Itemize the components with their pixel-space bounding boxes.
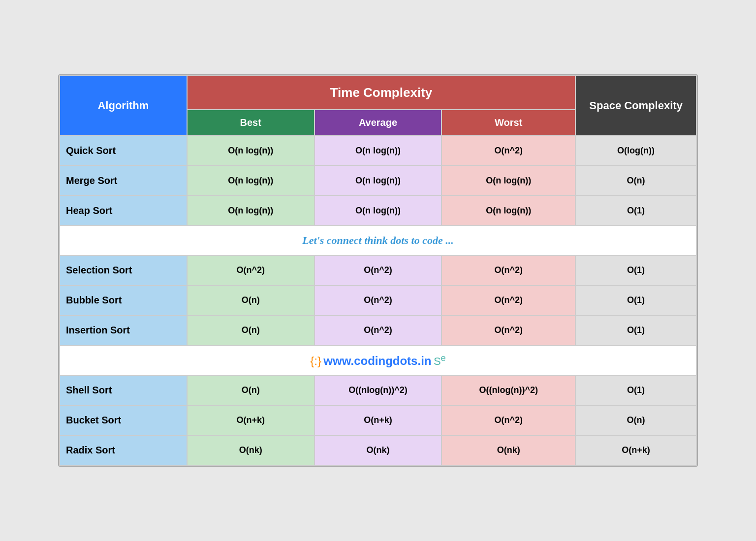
complexity-table: Algorithm Time Complexity Space Complexi… bbox=[58, 74, 698, 467]
best-value: O(n) bbox=[187, 315, 315, 345]
average-value: O(n log(n)) bbox=[315, 166, 442, 196]
average-value: O((nlog(n))^2) bbox=[315, 375, 442, 405]
table-row: Merge SortO(n log(n))O(n log(n))O(n log(… bbox=[60, 166, 696, 196]
time-complexity-header: Time Complexity bbox=[187, 76, 575, 110]
space-value: O(n) bbox=[575, 166, 696, 196]
space-value: O(1) bbox=[575, 375, 696, 405]
best-value: O(n log(n)) bbox=[187, 196, 315, 226]
worst-time-value: O(nk) bbox=[441, 435, 575, 465]
algorithm-name: Merge Sort bbox=[60, 166, 187, 196]
table-row: Insertion SortO(n)O(n^2)O(n^2)O(1) bbox=[60, 315, 696, 345]
average-value: O(n^2) bbox=[315, 285, 442, 315]
best-header: Best bbox=[187, 110, 315, 136]
space-value: O(1) bbox=[575, 285, 696, 315]
best-value: O(n) bbox=[187, 375, 315, 405]
best-value: O(n^2) bbox=[187, 255, 315, 285]
algorithm-name: Selection Sort bbox=[60, 255, 187, 285]
average-value: O(n+k) bbox=[315, 405, 442, 435]
algorithm-name: Radix Sort bbox=[60, 435, 187, 465]
worst-time-value: O(n^2) bbox=[441, 405, 575, 435]
worst-time-value: O(n log(n)) bbox=[441, 166, 575, 196]
worst-time-value: O(n^2) bbox=[441, 136, 575, 166]
space-value: O(1) bbox=[575, 255, 696, 285]
best-value: O(n log(n)) bbox=[187, 166, 315, 196]
algorithm-name: Shell Sort bbox=[60, 375, 187, 405]
website-row: {:} www.codingdots.in Se bbox=[60, 345, 696, 375]
table-row: Heap SortO(n log(n))O(n log(n))O(n log(n… bbox=[60, 196, 696, 226]
best-value: O(n log(n)) bbox=[187, 136, 315, 166]
worst-time-header: Worst bbox=[441, 110, 575, 136]
average-value: O(n^2) bbox=[315, 255, 442, 285]
space-value: O(n) bbox=[575, 405, 696, 435]
best-value: O(n) bbox=[187, 285, 315, 315]
space-value: O(log(n)) bbox=[575, 136, 696, 166]
algorithm-name: Bucket Sort bbox=[60, 405, 187, 435]
average-value: O(n^2) bbox=[315, 315, 442, 345]
website-text: www.codingdots.in bbox=[323, 354, 431, 367]
average-value: O(n log(n)) bbox=[315, 136, 442, 166]
algorithm-name: Insertion Sort bbox=[60, 315, 187, 345]
algorithm-name: Quick Sort bbox=[60, 136, 187, 166]
worst-time-value: O(n^2) bbox=[441, 315, 575, 345]
algorithm-name: Heap Sort bbox=[60, 196, 187, 226]
worst-time-value: O(n^2) bbox=[441, 285, 575, 315]
space-complexity-header: Space Complexity bbox=[575, 76, 696, 136]
worst-time-value: O(n log(n)) bbox=[441, 196, 575, 226]
worst-time-value: O((nlog(n))^2) bbox=[441, 375, 575, 405]
space-value: O(1) bbox=[575, 315, 696, 345]
table-row: Quick SortO(n log(n))O(n log(n))O(n^2)O(… bbox=[60, 136, 696, 166]
average-header: Average bbox=[315, 110, 442, 136]
average-value: O(n log(n)) bbox=[315, 196, 442, 226]
average-value: O(nk) bbox=[315, 435, 442, 465]
algorithm-name: Bubble Sort bbox=[60, 285, 187, 315]
table-row: Bucket SortO(n+k)O(n+k)O(n^2)O(n) bbox=[60, 405, 696, 435]
table-row: Shell SortO(n)O((nlog(n))^2)O((nlog(n))^… bbox=[60, 375, 696, 405]
brace-icon: {:} bbox=[310, 354, 321, 367]
table-row: Selection SortO(n^2)O(n^2)O(n^2)O(1) bbox=[60, 255, 696, 285]
table-row: Bubble SortO(n)O(n^2)O(n^2)O(1) bbox=[60, 285, 696, 315]
best-value: O(nk) bbox=[187, 435, 315, 465]
algorithm-header: Algorithm bbox=[60, 76, 187, 136]
separator-row-1: Let's connect think dots to code ... bbox=[60, 226, 696, 255]
table-row: Radix SortO(nk)O(nk)O(nk)O(n+k) bbox=[60, 435, 696, 465]
se-icon: Se bbox=[434, 355, 446, 367]
worst-time-value: O(n^2) bbox=[441, 255, 575, 285]
space-value: O(1) bbox=[575, 196, 696, 226]
website-cell: {:} www.codingdots.in Se bbox=[60, 345, 696, 375]
best-value: O(n+k) bbox=[187, 405, 315, 435]
separator-text-1: Let's connect think dots to code ... bbox=[60, 226, 696, 255]
space-value: O(n+k) bbox=[575, 435, 696, 465]
